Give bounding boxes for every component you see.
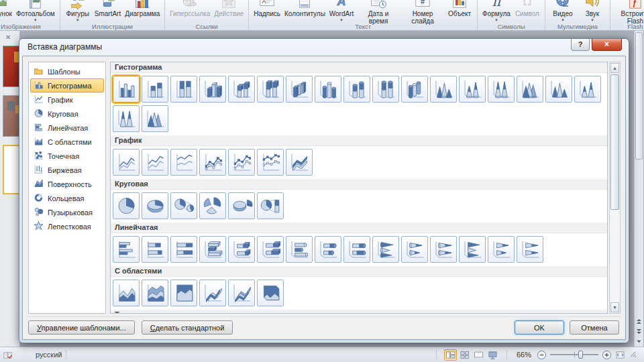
sidebar-item-column[interactable]: Гистограмма: [30, 78, 104, 93]
dialog-close-button[interactable]: ×: [592, 39, 622, 51]
view-show-button[interactable]: [486, 349, 499, 361]
chart-type-area3[interactable]: [199, 280, 226, 306]
sidebar-item-line[interactable]: График: [30, 93, 104, 107]
cancel-button[interactable]: Отмена: [570, 320, 619, 335]
chart-type-line-100[interactable]: [170, 149, 197, 176]
manage-templates-button[interactable]: Управление шаблонами...: [28, 320, 135, 335]
chart-type-line[interactable]: [113, 149, 140, 176]
chart-type-col-clustered[interactable]: [113, 76, 140, 103]
sidebar-item-area[interactable]: С областями: [30, 135, 104, 149]
chart-type-bar-100[interactable]: [170, 236, 197, 263]
ribbon-button-smartart[interactable]: SmartArt: [93, 0, 123, 18]
chart-type-col3-3d[interactable]: [286, 76, 313, 103]
chart-type-cyl-clustered[interactable]: [315, 76, 341, 103]
ribbon-button-video[interactable]: Видео▾: [548, 0, 578, 21]
ribbon-button-datetime[interactable]: Дата и время: [356, 0, 400, 25]
chart-type-area3-100[interactable]: [257, 280, 284, 306]
chart-type-line-3d[interactable]: [286, 149, 313, 176]
chart-type-pie-3d[interactable]: [142, 192, 168, 219]
chart-type-bar3-stacked[interactable]: [228, 236, 255, 263]
fit-to-window-button[interactable]: [615, 350, 625, 360]
chart-type-cone-100[interactable]: [488, 76, 515, 103]
chart-type-area3-stacked[interactable]: [228, 280, 255, 306]
chart-type-cone-stacked[interactable]: [459, 76, 486, 103]
view-read-button[interactable]: [472, 349, 485, 361]
scroll-down-icon[interactable]: [635, 337, 643, 347]
ribbon-button-wordart[interactable]: AWordArt▾: [327, 0, 356, 21]
slide-thumbnail-selected[interactable]: [3, 145, 20, 194]
sidebar-item-doughnut[interactable]: Кольцевая: [30, 191, 104, 205]
set-as-default-button[interactable]: Сделать стандартной: [142, 320, 233, 335]
ribbon-button-header-footer[interactable]: Колонтитулы: [282, 0, 327, 18]
chart-type-line-stacked-m[interactable]: [228, 149, 255, 176]
sidebar-item-barh[interactable]: Линейчатая: [30, 121, 104, 135]
next-slide-button[interactable]: [635, 326, 643, 337]
scroll-down-icon[interactable]: ▼: [610, 302, 619, 312]
previous-slide-button[interactable]: [635, 316, 643, 326]
view-sorter-button[interactable]: [458, 349, 471, 361]
chart-type-col-100[interactable]: [170, 76, 197, 103]
chart-type-hcone-clustered[interactable]: [372, 236, 399, 263]
gallery-scrollbar[interactable]: ▲ ▼: [609, 62, 621, 314]
zoom-level[interactable]: 66%: [517, 351, 531, 359]
chart-type-line-m[interactable]: [199, 149, 226, 176]
ribbon-button-sound[interactable]: Звук▾: [578, 0, 607, 21]
chart-type-area-100[interactable]: [170, 280, 197, 306]
ribbon-button-picture[interactable]: Рисунок: [0, 0, 14, 18]
sidebar-item-pie[interactable]: Круговая: [30, 107, 104, 121]
slides-thumbnail-panel[interactable]: ✕: [0, 31, 20, 347]
chart-type-col3-clustered[interactable]: [199, 76, 226, 103]
sidebar-item-surface[interactable]: Поверхность: [30, 177, 104, 191]
chart-type-area[interactable]: [113, 280, 140, 306]
ok-button[interactable]: OK: [515, 320, 564, 335]
chart-type-cyl-3d[interactable]: [401, 76, 428, 103]
slide-thumbnail[interactable]: [3, 46, 20, 87]
chart-type-pyr-3d[interactable]: [142, 105, 168, 132]
ribbon-button-slide-number[interactable]: #Номер слайда: [400, 0, 445, 25]
ribbon-button-chart[interactable]: Диаграмма: [123, 0, 162, 18]
chart-type-hcyl-stacked[interactable]: [315, 236, 341, 263]
chart-type-cyl-stacked[interactable]: [343, 76, 370, 103]
dialog-help-button[interactable]: ?: [571, 39, 590, 51]
chart-type-pie-3d-expl[interactable]: [228, 192, 255, 219]
chart-type-cone-3d[interactable]: [517, 76, 543, 103]
chart-type-bar3-clustered[interactable]: [199, 236, 226, 263]
ribbon-button-flash[interactable]: ƒВстроить Flash: [613, 0, 644, 25]
chart-type-pyr-100[interactable]: [113, 105, 140, 132]
chart-type-bar3-100[interactable]: [257, 236, 284, 263]
panel-close-icon[interactable]: ✕: [5, 34, 11, 41]
chart-type-hcyl-100[interactable]: [343, 236, 370, 263]
ribbon-button-shapes[interactable]: Фигуры▾: [63, 0, 93, 21]
chart-type-pie-expl[interactable]: [199, 192, 226, 219]
spell-check-icon[interactable]: [3, 350, 13, 360]
scroll-up-icon[interactable]: ▲: [610, 63, 619, 73]
ribbon-button-textbox[interactable]: AНадпись: [252, 0, 282, 18]
chart-type-bar-clustered[interactable]: [113, 236, 140, 263]
chart-type-hpyr-clustered[interactable]: [459, 236, 486, 263]
chart-type-pie[interactable]: [113, 192, 140, 219]
sidebar-item-stock[interactable]: Биржевая: [30, 163, 104, 177]
main-scrollbar[interactable]: [634, 31, 643, 347]
zoom-out-button[interactable]: [537, 350, 547, 360]
chart-type-bar-of-pie[interactable]: [257, 192, 284, 219]
chart-type-line-100-m[interactable]: [257, 149, 284, 176]
chart-type-col-stacked[interactable]: [142, 76, 168, 103]
sidebar-item-folder[interactable]: Шаблоны: [30, 64, 104, 78]
chart-type-pyr-clustered[interactable]: [545, 76, 572, 103]
sidebar-item-radar[interactable]: Лепестковая: [30, 219, 104, 233]
ribbon-button-formula[interactable]: πФормула▾: [480, 0, 513, 21]
slide-thumbnail[interactable]: [3, 95, 20, 137]
chart-type-bar-stacked[interactable]: [142, 236, 168, 263]
chart-type-pie-of-pie[interactable]: [170, 192, 197, 219]
ribbon-button-object[interactable]: Объект: [445, 0, 474, 18]
chart-type-hcone-stacked[interactable]: [401, 236, 428, 263]
zoom-in-button[interactable]: [602, 350, 612, 360]
zoom-slider[interactable]: [550, 350, 598, 359]
sidebar-item-bubble[interactable]: Пузырьковая: [30, 205, 104, 219]
dialog-title[interactable]: Вставка диаграммы: [28, 42, 102, 52]
ribbon-button-photo-album[interactable]: Фотоальбом▾: [14, 0, 57, 21]
language-indicator[interactable]: русский: [36, 351, 62, 359]
sidebar-item-scatter[interactable]: Точечная: [30, 149, 104, 163]
main-scrollbar-thumb[interactable]: [635, 32, 643, 160]
chart-type-hcone-100[interactable]: [430, 236, 457, 263]
